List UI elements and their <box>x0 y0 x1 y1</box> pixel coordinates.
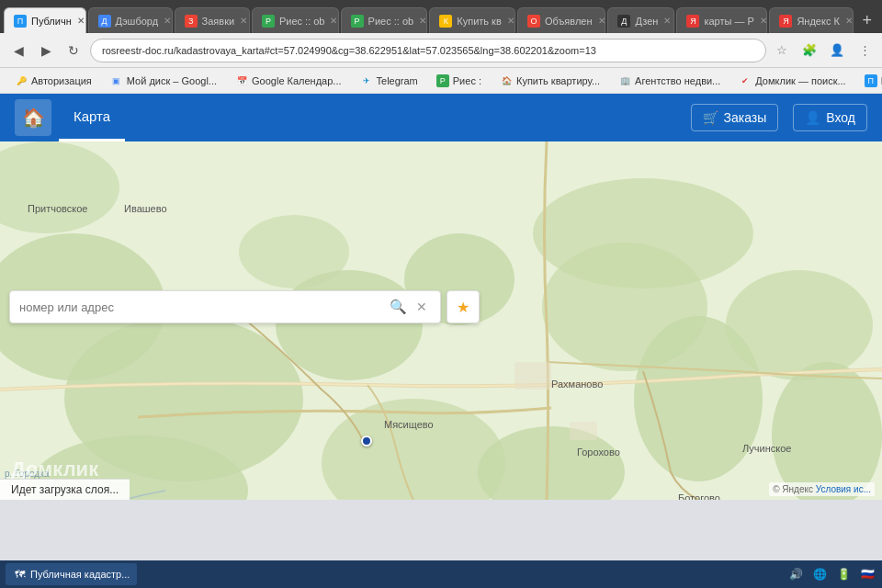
search-favorite-btn[interactable]: ★ <box>447 290 480 323</box>
map-attribution: © Яндекс Условия ис... <box>769 482 875 496</box>
account-icon[interactable]: 👤 <box>827 40 847 61</box>
address-input[interactable] <box>90 39 766 62</box>
reload-button[interactable]: ↻ <box>62 40 85 62</box>
bookmark-label: Telegram <box>377 75 418 86</box>
attribution-link[interactable]: Условия ис... <box>816 484 871 494</box>
bookmark-label: Авторизация <box>31 75 92 86</box>
tab-close-icon[interactable]: ✕ <box>240 16 247 26</box>
search-clear-btn[interactable]: ✕ <box>413 300 431 314</box>
tab-close-icon[interactable]: ✕ <box>760 16 767 26</box>
login-button[interactable]: 👤 Вход <box>793 104 867 131</box>
loading-bar: Идет загрузка слоя... <box>0 479 130 500</box>
browser-tab-bar: П Публичн ✕ Д Дэшборд ✕ З Заявки ✕ Р Рие… <box>0 0 882 33</box>
app-logo[interactable]: 🏠 <box>15 99 51 136</box>
tab-favicon: Я <box>686 15 699 28</box>
person-icon: 👤 <box>805 110 820 125</box>
map-container[interactable]: р. Городка Притчовское Ивашево Рахманово… <box>0 141 882 500</box>
svg-point-13 <box>533 178 753 288</box>
bookmark-icon: ✔ <box>739 74 752 87</box>
tab-active[interactable]: П Публичн ✕ <box>4 7 86 33</box>
tab-kupit[interactable]: К Купить кв ✕ <box>429 7 515 33</box>
tray-battery-icon[interactable]: 🔋 <box>834 565 853 583</box>
nav-karta[interactable]: Карта <box>59 94 125 141</box>
bookmark-agentstvo[interactable]: 🏢 Агентство недви... <box>611 71 728 91</box>
bookmark-icon: 📅 <box>235 74 248 87</box>
tab-favicon: П <box>14 15 27 28</box>
bookmark-domclick[interactable]: ✔ Домклик — поиск... <box>731 71 853 91</box>
tray-network-icon[interactable]: 🌐 <box>810 565 829 583</box>
bookmark-icon: Р <box>436 74 449 87</box>
bookmark-label: Агентство недви... <box>635 75 720 86</box>
forward-button[interactable]: ▶ <box>35 40 57 62</box>
svg-point-12 <box>239 215 349 288</box>
tab-favicon: Р <box>262 15 275 28</box>
taskbar-tray: 🔊 🌐 🔋 🇷🇺 <box>786 565 876 583</box>
taskbar-publichna[interactable]: 🗺 Публичная кадастр... <box>6 563 137 585</box>
tab-label: Дэшборд <box>116 16 159 27</box>
bookmark-star-icon[interactable]: ☆ <box>772 40 792 61</box>
bookmark-icon: ▣ <box>110 74 123 87</box>
tab-dzen[interactable]: Д Дзен ✕ <box>607 7 674 33</box>
search-icon-btn[interactable]: 🔍 <box>384 299 413 315</box>
tab-close-icon[interactable]: ✕ <box>598 16 605 26</box>
bookmark-calendar[interactable]: 📅 Google Календар... <box>228 71 349 91</box>
svg-rect-16 <box>514 362 551 390</box>
bookmark-icon: 🔑 <box>15 74 28 87</box>
tab-close-icon[interactable]: ✕ <box>663 16 671 26</box>
address-bar-row: ◀ ▶ ↻ ☆ 🧩 👤 ⋮ <box>0 33 882 68</box>
tab-close-icon[interactable]: ✕ <box>507 16 514 26</box>
search-input[interactable] <box>19 300 384 314</box>
orders-button[interactable]: 🛒 Заказы <box>691 104 779 131</box>
bookmark-publichna[interactable]: П Публичная кадас... <box>857 71 882 91</box>
app-header-right: 🛒 Заказы 👤 Вход <box>691 104 867 131</box>
tab-ries2[interactable]: Р Риес :: ob ✕ <box>341 7 428 33</box>
bookmarks-bar: 🔑 Авторизация ▣ Мой диск – Googl... 📅 Go… <box>0 68 882 94</box>
tab-close-icon[interactable]: ✕ <box>330 16 337 26</box>
app-header: 🏠 Карта 🛒 Заказы 👤 Вход <box>0 94 882 141</box>
tab-label: Купить кв <box>457 16 502 27</box>
tab-favicon: О <box>527 15 540 28</box>
loading-text: Идет загрузка слоя... <box>11 483 119 496</box>
tab-label: Риес :: ob <box>279 16 325 27</box>
bookmark-label: Google Календар... <box>252 75 342 86</box>
telegram-icon: ✈ <box>360 74 373 87</box>
bookmark-ries[interactable]: Р Риес : <box>429 71 489 91</box>
svg-text:р. Городка: р. Городка <box>5 469 50 479</box>
bookmark-avtorizacia[interactable]: 🔑 Авторизация <box>7 71 99 91</box>
tab-label: Публичн <box>31 16 72 27</box>
menu-icon[interactable]: ⋮ <box>854 40 875 61</box>
tab-ries1[interactable]: Р Риес :: ob ✕ <box>252 7 339 33</box>
tab-close-btn[interactable]: ✕ <box>77 16 85 26</box>
tab-favicon: Я <box>779 15 792 28</box>
tray-flag-icon[interactable]: 🇷🇺 <box>858 565 876 583</box>
tray-speaker-icon[interactable]: 🔊 <box>786 565 805 583</box>
tab-dashbord[interactable]: Д Дэшборд ✕ <box>88 7 173 33</box>
tab-label: Объявлен <box>545 16 593 27</box>
bookmark-label: Домклик — поиск... <box>755 75 845 86</box>
new-tab-button[interactable]: + <box>855 7 878 33</box>
tab-yandex[interactable]: Я Яндекс К ✕ <box>769 7 854 33</box>
extension-icon[interactable]: 🧩 <box>799 40 820 61</box>
tab-karty[interactable]: Я карты — Р ✕ <box>676 7 767 33</box>
bookmark-label: Купить квартиру... <box>516 75 600 86</box>
bookmark-mydisk[interactable]: ▣ Мой диск – Googl... <box>103 71 224 91</box>
tab-favicon: Р <box>351 15 364 28</box>
bookmark-kupit[interactable]: 🏠 Купить квартиру... <box>492 71 607 91</box>
location-dot <box>361 435 372 447</box>
taskbar-item-icon: 🗺 <box>13 568 26 581</box>
search-row: 🔍 ✕ ★ <box>9 290 480 323</box>
home-icon: 🏠 <box>22 107 45 129</box>
tab-objavl[interactable]: О Объявлен ✕ <box>517 7 605 33</box>
tab-close-icon[interactable]: ✕ <box>164 16 171 26</box>
cart-icon: 🛒 <box>703 110 718 125</box>
tab-favicon: К <box>439 15 452 28</box>
tab-label: Дзен <box>635 16 658 27</box>
bookmark-icon: П <box>865 74 877 87</box>
back-button[interactable]: ◀ <box>7 40 29 62</box>
tab-close-icon[interactable]: ✕ <box>419 16 426 26</box>
tab-label: Заявки <box>202 16 235 27</box>
tab-zayavki[interactable]: З Заявки ✕ <box>175 7 250 33</box>
tab-label: карты — Р <box>704 16 753 27</box>
tab-close-icon[interactable]: ✕ <box>845 16 853 26</box>
bookmark-telegram[interactable]: ✈ Telegram <box>353 71 425 91</box>
